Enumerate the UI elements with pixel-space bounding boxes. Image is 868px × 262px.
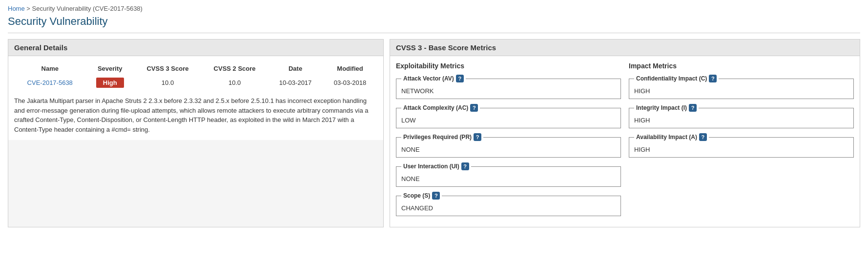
confidentiality-impact-legend: Confidentiality Impact (C) ? [634,75,719,82]
attack-complexity-help-icon[interactable]: ? [470,104,478,112]
user-interaction-help-icon[interactable]: ? [461,162,469,170]
cvss-panel-body: Exploitability Metrics Attack Vector (AV… [390,56,860,227]
date-value: 10-03-2017 [268,75,323,90]
privileges-required-legend: Privileges Required (PR) ? [401,133,483,141]
privileges-required-help-icon[interactable]: ? [474,133,481,141]
confidentiality-impact-fieldset: Confidentiality Impact (C) ? HIGH [629,75,854,99]
impact-col: Impact Metrics Confidentiality Impact (C… [629,62,854,221]
cvss-panel-header: CVSS 3 - Base Score Metrics [390,40,860,56]
privileges-required-value: NONE [401,144,616,153]
integrity-impact-value: HIGH [634,115,848,124]
user-interaction-fieldset: User Interaction (UI) ? NONE [396,162,621,187]
col-header-modified: Modified [323,62,377,75]
attack-vector-help-icon[interactable]: ? [456,75,464,82]
col-header-name: Name [14,62,85,75]
integrity-impact-fieldset: Integrity Impact (I) ? HIGH [629,104,854,128]
attack-complexity-legend: Attack Complexity (AC) ? [401,104,480,112]
description-text: The Jakarta Multipart parser in Apache S… [14,96,377,134]
cvss3-score: 10.0 [134,75,201,90]
col-header-cvss2: CVSS 2 Score [201,62,268,75]
user-interaction-label: User Interaction (UI) [403,163,459,170]
col-header-date: Date [268,62,323,75]
cvss2-score: 10.0 [201,75,268,90]
attack-vector-legend: Attack Vector (AV) ? [401,75,466,82]
attack-vector-fieldset: Attack Vector (AV) ? NETWORK [396,75,621,99]
attack-vector-value: NETWORK [401,85,616,95]
metrics-layout: Exploitability Metrics Attack Vector (AV… [396,62,854,221]
privileges-required-label: Privileges Required (PR) [403,134,472,141]
cve-link[interactable]: CVE-2017-5638 [27,79,73,86]
general-details-panel: General Details Name Severity CVSS 3 Sco… [8,39,384,227]
severity-badge: High [96,78,124,88]
table-row: CVE-2017-5638 High 10.0 10.0 10-03-2017 … [14,75,377,90]
availability-impact-help-icon[interactable]: ? [699,133,707,141]
scope-fieldset: Scope (S) ? CHANGED [396,192,621,216]
attack-complexity-value: LOW [401,115,616,124]
availability-impact-label: Availability Impact (A) [636,134,697,141]
confidentiality-impact-label: Confidentiality Impact (C) [636,75,707,82]
col-header-cvss3: CVSS 3 Score [134,62,201,75]
attack-complexity-label: Attack Complexity (AC) [403,104,468,111]
title-divider [8,33,860,33]
general-details-header: General Details [8,40,383,56]
availability-impact-value: HIGH [634,144,848,153]
integrity-impact-help-icon[interactable]: ? [689,104,697,112]
breadcrumb-separator: > [26,5,32,12]
scope-legend: Scope (S) ? [401,192,442,200]
integrity-impact-legend: Integrity Impact (I) ? [634,104,699,112]
integrity-impact-label: Integrity Impact (I) [636,104,687,111]
scope-label: Scope (S) [403,192,430,199]
breadcrumb-current: Security Vulnerability (CVE-2017-5638) [32,5,143,12]
page-title: Security Vulnerability [8,15,860,28]
attack-vector-label: Attack Vector (AV) [403,75,454,82]
confidentiality-impact-value: HIGH [634,85,848,95]
details-table: Name Severity CVSS 3 Score CVSS 2 Score … [14,62,377,90]
breadcrumb: Home > Security Vulnerability (CVE-2017-… [8,5,860,12]
modified-value: 03-03-2018 [323,75,377,90]
main-layout: General Details Name Severity CVSS 3 Sco… [8,39,860,227]
attack-complexity-fieldset: Attack Complexity (AC) ? LOW [396,104,621,128]
user-interaction-legend: User Interaction (UI) ? [401,162,471,170]
impact-title: Impact Metrics [629,62,854,70]
col-header-severity: Severity [85,62,134,75]
exploitability-title: Exploitability Metrics [396,62,621,70]
availability-impact-legend: Availability Impact (A) ? [634,133,709,141]
breadcrumb-home-link[interactable]: Home [8,5,25,12]
privileges-required-fieldset: Privileges Required (PR) ? NONE [396,133,621,158]
availability-impact-fieldset: Availability Impact (A) ? HIGH [629,133,854,158]
general-details-body: Name Severity CVSS 3 Score CVSS 2 Score … [8,56,383,140]
scope-value: CHANGED [401,202,616,212]
exploitability-col: Exploitability Metrics Attack Vector (AV… [396,62,621,221]
user-interaction-value: NONE [401,173,616,182]
confidentiality-impact-help-icon[interactable]: ? [709,75,717,82]
scope-help-icon[interactable]: ? [432,192,440,200]
cvss-panel: CVSS 3 - Base Score Metrics Exploitabili… [390,39,860,227]
